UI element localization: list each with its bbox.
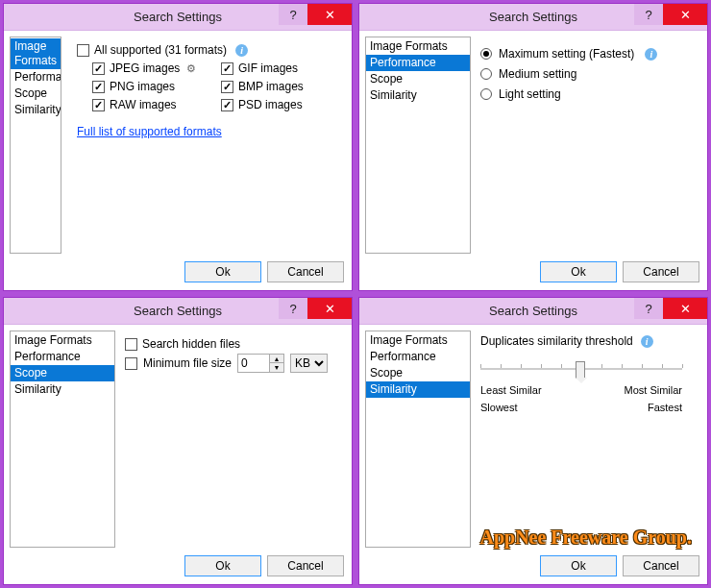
info-icon[interactable]: i [235, 44, 248, 57]
spin-down[interactable]: ▼ [269, 363, 283, 372]
checkbox-bmp[interactable] [221, 81, 233, 93]
checkbox-hidden-files[interactable] [125, 338, 137, 351]
ok-button[interactable]: Ok [184, 555, 261, 576]
content-similarity: Duplicates similarity threshold i [471, 331, 701, 548]
label-psd: PSD images [238, 98, 303, 111]
unit-select[interactable]: KB [290, 354, 328, 373]
dialog-performance: Search Settings ? ✕ Image Formats Perfor… [358, 3, 708, 291]
titlebar: Search Settings ? ✕ [359, 4, 707, 31]
checkbox-raw[interactable] [92, 99, 105, 111]
slider-thumb[interactable] [576, 361, 585, 379]
sidebar: Image Formats Performance Scope Similari… [365, 331, 471, 548]
checkbox-gif[interactable] [221, 62, 233, 75]
sidebar: Image Formats Performance Scope Similari… [365, 37, 471, 254]
sidebar-item-scope[interactable]: Scope [366, 71, 470, 87]
ok-button[interactable]: Ok [540, 261, 617, 282]
checkbox-all-supported[interactable] [77, 44, 89, 57]
checkbox-psd[interactable] [221, 99, 233, 111]
similarity-slider[interactable]: Least Similar Most Similar Slowest Faste… [480, 359, 682, 413]
radio-light[interactable] [480, 88, 492, 100]
label-gif: GIF images [238, 61, 298, 75]
checkbox-png[interactable] [92, 81, 105, 93]
label-all-supported: All supported (31 formats) [94, 43, 227, 57]
checkbox-min-file-size[interactable] [125, 357, 137, 370]
dialog-similarity: Search Settings ? ✕ Image Formats Perfor… [358, 297, 708, 585]
label-light: Light setting [499, 87, 561, 101]
help-button[interactable]: ? [634, 4, 663, 25]
titlebar: Search Settings ? ✕ [4, 298, 352, 325]
sidebar-item-image-formats[interactable]: Image Formats [366, 332, 470, 349]
sidebar-item-image-formats[interactable]: Image Formats [11, 38, 61, 69]
cancel-button[interactable]: Cancel [267, 261, 344, 282]
sidebar-item-scope[interactable]: Scope [366, 365, 470, 381]
content-scope: Search hidden files Minimum file size ▲ … [115, 331, 346, 548]
ok-button[interactable]: Ok [540, 555, 617, 576]
sidebar: Image Formats Performance Scope Similari… [10, 37, 61, 254]
titlebar: Search Settings ? ✕ [359, 298, 707, 325]
radio-medium[interactable] [480, 68, 492, 80]
gear-icon[interactable]: ⚙ [184, 62, 197, 75]
label-medium: Medium setting [499, 67, 576, 81]
label-fastest: Fastest [648, 402, 682, 413]
close-button[interactable]: ✕ [663, 4, 707, 25]
radio-maximum[interactable] [480, 48, 492, 60]
sidebar-item-similarity[interactable]: Similarity [366, 87, 470, 104]
label-bmp: BMP images [238, 80, 304, 93]
cancel-button[interactable]: Cancel [623, 555, 699, 576]
sidebar-item-performance[interactable]: Performance [366, 55, 470, 71]
info-icon[interactable]: i [641, 335, 653, 348]
close-button[interactable]: ✕ [307, 298, 352, 319]
dialog-image-formats: Search Settings ? ✕ Image Formats Perfor… [3, 3, 353, 291]
label-maximum: Maximum setting (Fastest) [499, 47, 634, 61]
help-button[interactable]: ? [279, 4, 307, 25]
titlebar: Search Settings ? ✕ [4, 4, 352, 31]
sidebar-item-performance[interactable]: Performance [11, 349, 114, 365]
ok-button[interactable]: Ok [184, 261, 261, 282]
cancel-button[interactable]: Cancel [623, 261, 699, 282]
close-button[interactable]: ✕ [663, 298, 707, 319]
label-hidden-files: Search hidden files [142, 337, 240, 351]
label-slowest: Slowest [480, 402, 518, 413]
content-performance: Maximum setting (Fastest) i Medium setti… [471, 37, 701, 254]
sidebar-item-similarity[interactable]: Similarity [11, 102, 61, 118]
label-raw: RAW images [110, 98, 177, 111]
sidebar-item-similarity[interactable]: Similarity [11, 381, 114, 398]
label-least-similar: Least Similar [480, 384, 542, 396]
sidebar-item-image-formats[interactable]: Image Formats [11, 332, 114, 349]
spin-up[interactable]: ▲ [269, 355, 283, 363]
content-image-formats: All supported (31 formats) i JPEG images… [61, 37, 346, 254]
label-jpeg: JPEG images [110, 61, 180, 75]
link-full-format-list[interactable]: Full list of supported formats [77, 125, 222, 138]
label-similarity-heading: Duplicates similarity threshold [480, 334, 633, 348]
label-png: PNG images [110, 80, 175, 93]
sidebar: Image Formats Performance Scope Similari… [10, 331, 115, 548]
label-most-similar: Most Similar [624, 384, 682, 396]
help-button[interactable]: ? [279, 298, 307, 319]
label-min-file-size: Minimum file size [143, 356, 232, 370]
sidebar-item-scope[interactable]: Scope [11, 365, 114, 381]
dialog-scope: Search Settings ? ✕ Image Formats Perfor… [3, 297, 353, 585]
close-button[interactable]: ✕ [307, 4, 352, 25]
sidebar-item-scope[interactable]: Scope [11, 86, 61, 102]
min-file-size-input[interactable] [238, 355, 269, 372]
cancel-button[interactable]: Cancel [267, 555, 344, 576]
info-icon[interactable]: i [645, 48, 657, 61]
help-button[interactable]: ? [634, 298, 663, 319]
sidebar-item-performance[interactable]: Performance [11, 69, 61, 86]
min-file-size-spinner[interactable]: ▲ ▼ [237, 354, 284, 373]
checkbox-jpeg[interactable] [92, 62, 105, 75]
sidebar-item-image-formats[interactable]: Image Formats [366, 38, 470, 55]
sidebar-item-similarity[interactable]: Similarity [366, 381, 470, 398]
sidebar-item-performance[interactable]: Performance [366, 349, 470, 365]
